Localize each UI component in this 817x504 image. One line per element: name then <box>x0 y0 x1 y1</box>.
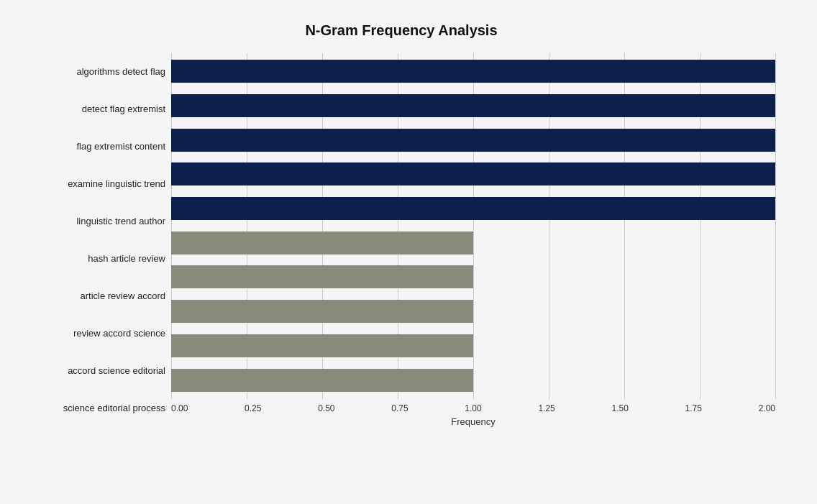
bar-row <box>171 127 775 154</box>
bar-row <box>171 92 775 119</box>
bar <box>171 265 473 288</box>
bar <box>171 129 775 152</box>
bar <box>171 60 775 83</box>
x-tick: 2.00 <box>759 403 775 413</box>
bar <box>171 232 473 255</box>
chart-container: N-Gram Frequency Analysis algorithms det… <box>13 8 804 497</box>
y-label: article review accord <box>81 290 166 302</box>
x-tick: 1.00 <box>465 403 481 413</box>
y-label: linguistic trend author <box>76 216 165 227</box>
bars-wrapper <box>171 53 775 399</box>
grid-and-bars <box>171 53 775 399</box>
x-tick: 1.75 <box>685 403 702 413</box>
y-label: science editorial process <box>63 403 165 414</box>
chart-title: N-Gram Frequency Analysis <box>27 22 775 39</box>
bar-row <box>171 160 775 188</box>
grid-line <box>775 53 776 399</box>
bar-row <box>171 58 775 85</box>
y-label: accord science editorial <box>68 365 165 377</box>
chart-area: algorithms detect flagdetect flag extrem… <box>27 53 775 427</box>
x-tick: 0.00 <box>171 403 188 413</box>
y-label: examine linguistic trend <box>68 178 165 190</box>
x-tick: 0.25 <box>245 403 261 413</box>
bars-and-grid: 0.000.250.500.751.001.251.501.752.00 Fre… <box>171 53 775 427</box>
bar <box>171 369 473 392</box>
x-axis: 0.000.250.500.751.001.251.501.752.00 <box>171 403 775 413</box>
bar-row <box>171 298 775 325</box>
bar-row <box>171 195 775 222</box>
y-label: algorithms detect flag <box>76 66 165 78</box>
x-tick: 1.25 <box>538 403 554 413</box>
y-labels: algorithms detect flagdetect flag extrem… <box>27 53 171 427</box>
y-label: detect flag extremist <box>82 104 165 115</box>
bar <box>171 300 473 323</box>
x-axis-label: Frequency <box>171 416 775 427</box>
y-label: flag extremist content <box>76 141 165 152</box>
x-tick: 1.50 <box>611 403 628 413</box>
bar-row <box>171 263 775 290</box>
y-label: hash article review <box>88 253 165 265</box>
x-tick: 0.50 <box>318 403 334 413</box>
x-tick: 0.75 <box>391 403 408 413</box>
bar <box>171 162 775 185</box>
bar-row <box>171 332 775 359</box>
bar <box>171 197 775 220</box>
bar-row <box>171 367 775 394</box>
bar-row <box>171 229 775 257</box>
bar <box>171 334 473 357</box>
y-label: review accord science <box>73 328 165 339</box>
bar <box>171 94 775 117</box>
